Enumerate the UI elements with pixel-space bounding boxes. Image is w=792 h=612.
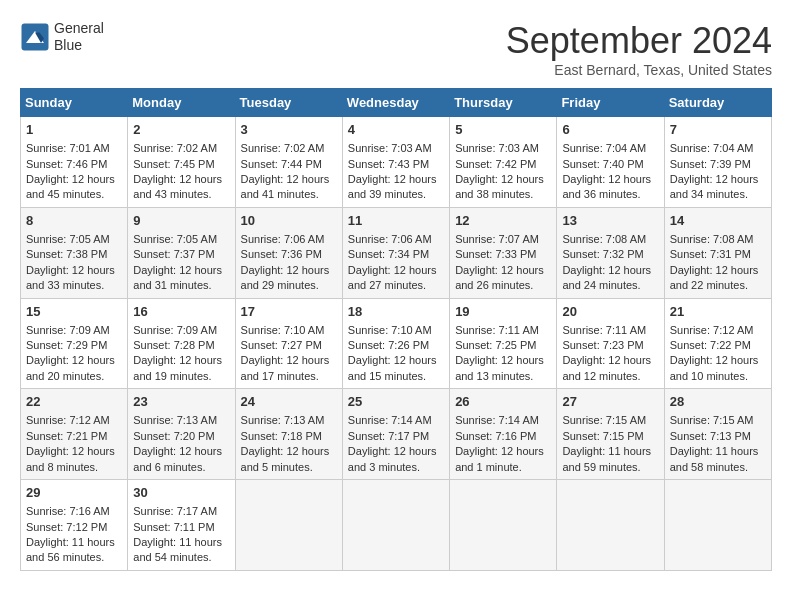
day-info-line: Sunset: 7:46 PM: [26, 158, 107, 170]
day-info-line: Daylight: 12 hours: [455, 264, 544, 276]
day-number: 23: [133, 393, 229, 411]
calendar-day-cell: 2Sunrise: 7:02 AMSunset: 7:45 PMDaylight…: [128, 117, 235, 208]
day-number: 26: [455, 393, 551, 411]
day-info-line: Sunset: 7:40 PM: [562, 158, 643, 170]
day-info-line: Sunrise: 7:11 AM: [562, 324, 646, 336]
day-number: 12: [455, 212, 551, 230]
calendar-day-cell: 9Sunrise: 7:05 AMSunset: 7:37 PMDaylight…: [128, 207, 235, 298]
day-info-line: Sunrise: 7:02 AM: [241, 142, 325, 154]
day-info-line: Daylight: 11 hours: [670, 445, 759, 457]
day-number: 3: [241, 121, 337, 139]
day-info-line: Sunrise: 7:02 AM: [133, 142, 217, 154]
calendar-day-cell: 17Sunrise: 7:10 AMSunset: 7:27 PMDayligh…: [235, 298, 342, 389]
calendar-day-cell: 10Sunrise: 7:06 AMSunset: 7:36 PMDayligh…: [235, 207, 342, 298]
day-info-line: Daylight: 12 hours: [455, 173, 544, 185]
logo-line2: Blue: [54, 37, 104, 54]
calendar-day-cell: 13Sunrise: 7:08 AMSunset: 7:32 PMDayligh…: [557, 207, 664, 298]
day-info-line: and 19 minutes.: [133, 370, 211, 382]
calendar-day-cell: 27Sunrise: 7:15 AMSunset: 7:15 PMDayligh…: [557, 389, 664, 480]
day-info-line: Sunrise: 7:10 AM: [348, 324, 432, 336]
day-info-line: and 13 minutes.: [455, 370, 533, 382]
calendar-day-cell: 15Sunrise: 7:09 AMSunset: 7:29 PMDayligh…: [21, 298, 128, 389]
day-info-line: and 10 minutes.: [670, 370, 748, 382]
day-number: 8: [26, 212, 122, 230]
calendar-week-row: 15Sunrise: 7:09 AMSunset: 7:29 PMDayligh…: [21, 298, 772, 389]
day-info-line: Sunrise: 7:04 AM: [670, 142, 754, 154]
day-info-line: Daylight: 12 hours: [348, 264, 437, 276]
calendar-day-cell: 19Sunrise: 7:11 AMSunset: 7:25 PMDayligh…: [450, 298, 557, 389]
day-info-line: Sunrise: 7:09 AM: [133, 324, 217, 336]
day-info-line: Sunset: 7:17 PM: [348, 430, 429, 442]
day-info-line: and 22 minutes.: [670, 279, 748, 291]
day-info-line: Sunset: 7:23 PM: [562, 339, 643, 351]
day-info-line: Daylight: 11 hours: [562, 445, 651, 457]
day-number: 30: [133, 484, 229, 502]
day-info-line: Sunset: 7:25 PM: [455, 339, 536, 351]
logo-line1: General: [54, 20, 104, 37]
day-info-line: Daylight: 12 hours: [348, 173, 437, 185]
day-info-line: Sunset: 7:27 PM: [241, 339, 322, 351]
title-area: September 2024 East Bernard, Texas, Unit…: [506, 20, 772, 78]
day-number: 29: [26, 484, 122, 502]
weekday-header-row: SundayMondayTuesdayWednesdayThursdayFrid…: [21, 89, 772, 117]
day-number: 27: [562, 393, 658, 411]
day-info-line: and 1 minute.: [455, 461, 522, 473]
weekday-header-cell: Saturday: [664, 89, 771, 117]
day-info-line: Sunset: 7:28 PM: [133, 339, 214, 351]
day-info-line: Sunrise: 7:10 AM: [241, 324, 325, 336]
day-info-line: and 34 minutes.: [670, 188, 748, 200]
day-number: 16: [133, 303, 229, 321]
day-info-line: Sunrise: 7:06 AM: [241, 233, 325, 245]
day-info-line: Sunrise: 7:12 AM: [26, 414, 110, 426]
day-info-line: and 15 minutes.: [348, 370, 426, 382]
day-number: 18: [348, 303, 444, 321]
day-info-line: Sunset: 7:15 PM: [562, 430, 643, 442]
weekday-header-cell: Wednesday: [342, 89, 449, 117]
day-info-line: and 31 minutes.: [133, 279, 211, 291]
day-number: 2: [133, 121, 229, 139]
day-info-line: and 54 minutes.: [133, 551, 211, 563]
day-info-line: Sunset: 7:38 PM: [26, 248, 107, 260]
day-info-line: Daylight: 11 hours: [133, 536, 222, 548]
day-number: 21: [670, 303, 766, 321]
day-info-line: Sunset: 7:12 PM: [26, 521, 107, 533]
day-info-line: and 36 minutes.: [562, 188, 640, 200]
day-info-line: Sunset: 7:18 PM: [241, 430, 322, 442]
day-number: 20: [562, 303, 658, 321]
day-info-line: and 3 minutes.: [348, 461, 420, 473]
day-number: 25: [348, 393, 444, 411]
day-number: 14: [670, 212, 766, 230]
calendar-day-cell: 11Sunrise: 7:06 AMSunset: 7:34 PMDayligh…: [342, 207, 449, 298]
day-number: 13: [562, 212, 658, 230]
calendar-day-cell: 22Sunrise: 7:12 AMSunset: 7:21 PMDayligh…: [21, 389, 128, 480]
day-info-line: and 29 minutes.: [241, 279, 319, 291]
day-info-line: and 12 minutes.: [562, 370, 640, 382]
day-info-line: and 56 minutes.: [26, 551, 104, 563]
logo-icon: [20, 22, 50, 52]
day-number: 9: [133, 212, 229, 230]
calendar-day-cell: 16Sunrise: 7:09 AMSunset: 7:28 PMDayligh…: [128, 298, 235, 389]
day-info-line: Daylight: 12 hours: [26, 173, 115, 185]
calendar-day-cell: 30Sunrise: 7:17 AMSunset: 7:11 PMDayligh…: [128, 480, 235, 571]
day-info-line: Sunset: 7:31 PM: [670, 248, 751, 260]
day-info-line: Daylight: 12 hours: [241, 173, 330, 185]
day-info-line: Sunset: 7:33 PM: [455, 248, 536, 260]
calendar-day-cell: 12Sunrise: 7:07 AMSunset: 7:33 PMDayligh…: [450, 207, 557, 298]
day-info-line: Daylight: 12 hours: [26, 354, 115, 366]
day-info-line: Daylight: 12 hours: [241, 354, 330, 366]
day-info-line: Sunset: 7:36 PM: [241, 248, 322, 260]
day-info-line: Sunset: 7:13 PM: [670, 430, 751, 442]
day-info-line: Daylight: 12 hours: [670, 354, 759, 366]
day-info-line: Daylight: 12 hours: [133, 445, 222, 457]
day-info-line: and 38 minutes.: [455, 188, 533, 200]
day-number: 19: [455, 303, 551, 321]
day-number: 11: [348, 212, 444, 230]
day-info-line: Sunrise: 7:05 AM: [26, 233, 110, 245]
day-info-line: Sunrise: 7:06 AM: [348, 233, 432, 245]
day-info-line: Sunset: 7:45 PM: [133, 158, 214, 170]
day-number: 5: [455, 121, 551, 139]
day-info-line: Daylight: 12 hours: [133, 264, 222, 276]
calendar-day-cell: 26Sunrise: 7:14 AMSunset: 7:16 PMDayligh…: [450, 389, 557, 480]
weekday-header-cell: Friday: [557, 89, 664, 117]
calendar-day-cell: [342, 480, 449, 571]
